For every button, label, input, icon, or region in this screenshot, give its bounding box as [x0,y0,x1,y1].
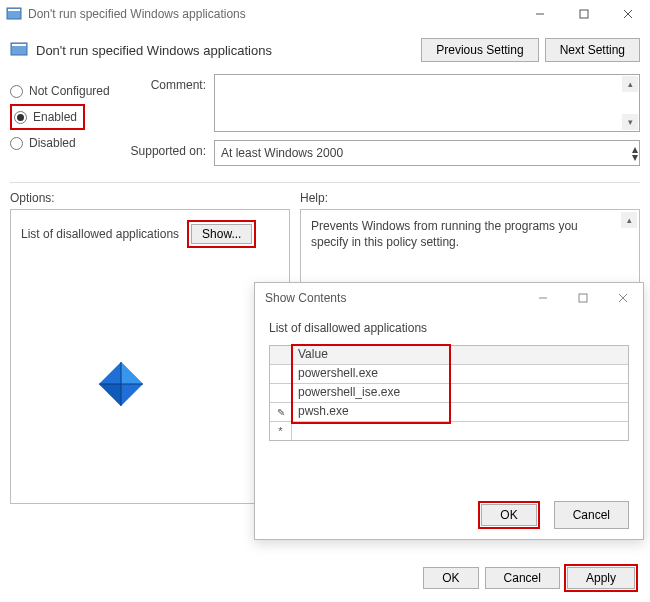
supported-on-value: At least Windows 2000 [221,146,343,160]
grid-rowhead-editing: ✎ [270,403,292,421]
radio-icon [10,137,23,150]
dialog-list-label: List of disallowed applications [269,321,629,335]
grid-row-new[interactable]: * [270,422,628,440]
help-text-top: Prevents Windows from running the progra… [311,218,629,250]
dialog-close-button[interactable] [603,283,643,313]
window-maximize-button[interactable] [562,0,606,28]
window-title: Don't run specified Windows applications [28,7,518,21]
window-close-button[interactable] [606,0,650,28]
grid-rowhead-blank [270,346,292,364]
policy-title: Don't run specified Windows applications [36,43,415,58]
show-button[interactable]: Show... [191,224,252,244]
comment-textarea[interactable]: ▴ ▾ [214,74,640,132]
app-icon [6,6,22,22]
enabled-highlight: Enabled [10,104,85,130]
grid-cell[interactable]: powershell.exe [292,365,628,383]
apply-button[interactable]: Apply [567,567,635,589]
scroll-down-icon[interactable]: ▾ [632,150,638,164]
dialog-ok-button[interactable]: OK [481,504,536,526]
radio-disabled[interactable]: Disabled [10,136,122,150]
apply-highlight: Apply [564,564,638,592]
radio-enabled[interactable]: Enabled [14,110,77,124]
grid-row[interactable]: powershell_ise.exe [270,384,628,403]
state-radio-group: Not Configured Enabled Disabled [10,74,122,174]
pencil-icon: ✎ [277,407,285,418]
supported-on-label: Supported on: [122,140,214,166]
grid-row[interactable]: ✎ pwsh.exe [270,403,628,422]
window-minimize-button[interactable] [518,0,562,28]
grid-cell[interactable]: powershell_ise.exe [292,384,628,402]
options-section-label: Options: [10,191,300,205]
scroll-up-icon[interactable]: ▴ [622,76,638,92]
radio-label: Disabled [29,136,76,150]
comment-label: Comment: [122,74,214,132]
dialog-minimize-button[interactable] [523,283,563,313]
previous-setting-button[interactable]: Previous Setting [421,38,538,62]
svg-rect-14 [579,294,587,302]
policy-icon [10,41,28,59]
scroll-down-icon[interactable]: ▾ [622,114,638,130]
show-button-highlight: Show... [187,220,256,248]
cancel-button[interactable]: Cancel [485,567,560,589]
svg-rect-7 [12,44,26,46]
svg-rect-1 [8,9,20,11]
disallowed-apps-label: List of disallowed applications [21,227,179,241]
new-row-icon: * [278,425,282,437]
dialog-cancel-button[interactable]: Cancel [554,501,629,529]
dialog-title: Show Contents [265,291,523,305]
dialog-title-bar: Show Contents [255,283,643,313]
next-setting-button[interactable]: Next Setting [545,38,640,62]
grid-header-row: Value [270,346,628,365]
radio-icon [10,85,23,98]
radio-label: Enabled [33,110,77,124]
grid-rowhead [270,365,292,383]
policy-header: Don't run specified Windows applications… [0,28,650,68]
radio-label: Not Configured [29,84,110,98]
help-section-label: Help: [300,191,328,205]
grid-rowhead-new: * [270,422,292,440]
radio-not-configured[interactable]: Not Configured [10,84,122,98]
dialog-maximize-button[interactable] [563,283,603,313]
svg-marker-9 [121,362,143,384]
dialog-ok-highlight: OK [478,501,539,529]
ok-button[interactable]: OK [423,567,478,589]
supported-on-field: At least Windows 2000 ▴ ▾ [214,140,640,166]
windows-logo-icon [95,358,147,410]
grid-row[interactable]: powershell.exe [270,365,628,384]
grid-rowhead [270,384,292,402]
options-panel: List of disallowed applications Show... [10,209,290,504]
grid-cell[interactable]: pwsh.exe [292,403,628,421]
value-grid[interactable]: Value powershell.exe powershell_ise.exe … [269,345,629,441]
dialog-button-row: OK Cancel [478,497,643,529]
svg-rect-3 [580,10,588,18]
svg-marker-10 [99,384,121,406]
show-contents-dialog: Show Contents List of disallowed applica… [254,282,644,540]
main-button-row: OK Cancel Apply [417,564,638,592]
title-bar: Don't run specified Windows applications [0,0,650,28]
scroll-up-icon[interactable]: ▴ [621,212,637,228]
grid-column-header: Value [292,346,628,364]
grid-cell[interactable] [292,422,628,440]
radio-icon [14,111,27,124]
